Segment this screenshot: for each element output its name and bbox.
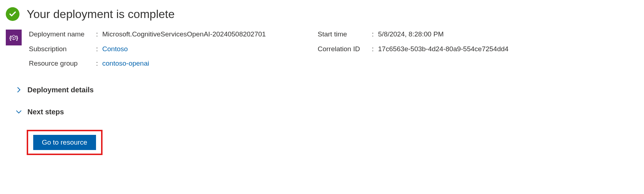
resource-group-link[interactable]: contoso-openai: [102, 59, 149, 69]
page-title: Your deployment is complete: [27, 8, 175, 21]
deployment-name-value: Microsoft.CognitiveServicesOpenAI-202405…: [102, 30, 266, 39]
correlation-id-label: Correlation ID: [318, 44, 372, 54]
subscription-row: Subscription : Contoso: [29, 44, 303, 54]
deployment-details-title: Deployment details: [27, 86, 93, 94]
details-column-right: Start time : 5/8/2024, 8:28:00 PM Correl…: [318, 30, 638, 69]
start-time-value: 5/8/2024, 8:28:00 PM: [378, 30, 444, 39]
header-row: Your deployment is complete: [6, 7, 638, 21]
start-time-row: Start time : 5/8/2024, 8:28:00 PM: [318, 30, 638, 39]
separator: :: [96, 30, 98, 39]
svg-text:}: }: [16, 35, 18, 41]
details-column-left: Deployment name : Microsoft.CognitiveSer…: [29, 30, 303, 69]
svg-line-2: [12, 36, 14, 38]
next-steps-toggle[interactable]: Next steps: [15, 108, 638, 116]
chevron-right-icon: [15, 86, 22, 93]
deployment-name-row: Deployment name : Microsoft.CognitiveSer…: [29, 30, 303, 39]
svg-text:{: {: [9, 35, 12, 41]
correlation-id-row: Correlation ID : 17c6563e-503b-4d24-80a9…: [318, 44, 638, 54]
subscription-label: Subscription: [29, 44, 96, 54]
start-time-label: Start time: [318, 30, 372, 39]
subscription-link[interactable]: Contoso: [102, 44, 128, 54]
separator: :: [372, 44, 374, 54]
chevron-down-icon: [15, 108, 22, 115]
svg-line-3: [14, 36, 16, 38]
highlight-annotation: Go to resource: [27, 130, 103, 155]
separator: :: [96, 59, 98, 69]
resource-group-label: Resource group: [29, 59, 96, 69]
resource-group-row: Resource group : contoso-openai: [29, 59, 303, 69]
next-steps-title: Next steps: [27, 108, 64, 116]
separator: :: [372, 30, 374, 39]
details-row: { } Deployment name : Microsoft.Cognitiv…: [6, 30, 638, 69]
deployment-details-toggle[interactable]: Deployment details: [15, 86, 638, 94]
deployment-name-label: Deployment name: [29, 30, 96, 39]
separator: :: [96, 44, 98, 54]
success-check-icon: [6, 7, 19, 21]
correlation-id-value: 17c6563e-503b-4d24-80a9-554ce7254dd4: [378, 44, 508, 54]
details-columns: Deployment name : Microsoft.CognitiveSer…: [29, 30, 638, 69]
resource-type-icon: { }: [6, 30, 22, 45]
go-to-resource-button[interactable]: Go to resource: [33, 135, 96, 150]
